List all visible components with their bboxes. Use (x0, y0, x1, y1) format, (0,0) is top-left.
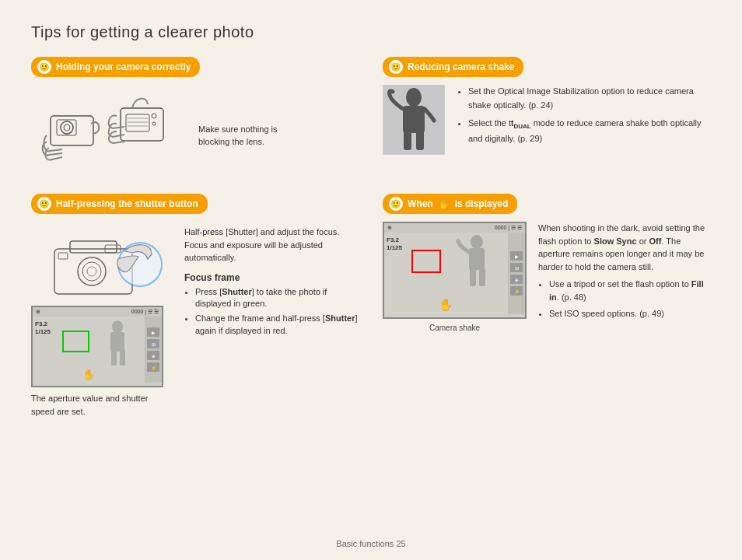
svg-rect-15 (416, 131, 424, 150)
hand-cam-icon-4: ⚡ (510, 286, 523, 296)
svg-point-10 (152, 122, 156, 125)
svg-rect-14 (404, 131, 411, 150)
section-hand-display: 🙂 When ✋ is displayed ⊕ 0000 | ☰ ☰ (383, 194, 711, 418)
section-title-hand-suffix: is displayed (455, 198, 509, 209)
shake-bullet-1: Set the Optical Image Stabilization opti… (468, 85, 711, 112)
hand-warning-icon: ✋ (82, 369, 95, 380)
section-header-shake: 🙂 Reducing camera shake (383, 57, 523, 77)
shake-bullet-2: Select the ttDUAL mode to reduce camera … (468, 117, 711, 145)
content-grid: 🙂 Holding your camera correctly (31, 57, 711, 418)
shutter-display-area: ⊕ 0000 | ☰ ☰ F3.2 1/125 (31, 306, 175, 387)
svg-rect-31 (479, 268, 485, 286)
page-footer: Basic functions 25 (0, 539, 742, 548)
hand-cam-panel: ⊕ 0000 | ☰ ☰ F3.2 1/125 (383, 222, 527, 332)
section-header-hand: 🙂 When ✋ is displayed (383, 194, 517, 214)
svg-point-18 (78, 257, 106, 285)
svg-point-20 (87, 267, 96, 276)
page-title: Tips for getting a clearer photo (31, 23, 711, 41)
shutter-right-panel: Half-press [Shutter] and adjust the focu… (184, 222, 359, 340)
smiley-icon-holding: 🙂 (37, 60, 51, 74)
shutter-camera-svg (31, 222, 171, 299)
page-container: Tips for getting a clearer photo 🙂 Holdi… (0, 0, 742, 560)
hand-person-silhouette (456, 235, 499, 289)
svg-rect-29 (469, 248, 485, 270)
section-title-holding: Holding your camera correctly (56, 61, 191, 72)
hand-icon-in-header: ✋ (438, 198, 450, 210)
hand-cam-icon-left: ⊕ (387, 225, 392, 231)
cam-count-display: 0000 | ☰ ☰ (131, 309, 159, 315)
hand-display-content: ⊕ 0000 | ☰ ☰ F3.2 1/125 (383, 222, 711, 393)
svg-point-12 (406, 88, 422, 107)
focus-frame-section: Focus frame Press [Shutter] to take the … (184, 272, 359, 338)
svg-rect-13 (403, 106, 425, 133)
svg-point-2 (61, 121, 73, 134)
hand-cam-counter: 0000 | ☰ ☰ (495, 225, 522, 231)
section-holding: 🙂 Holding your camera correctly (31, 57, 359, 186)
shutter-left-panel: ⊕ 0000 | ☰ ☰ F3.2 1/125 (31, 222, 175, 418)
svg-rect-30 (470, 268, 476, 286)
focus-bullet-1: Press [Shutter] to take the photo if dis… (195, 286, 359, 310)
cam-main-area: F3.2 1/125 (33, 317, 145, 383)
hand-cam-topbar: ⊕ 0000 | ☰ ☰ (384, 223, 525, 233)
aperture-text: The aperture value and shutter speed are… (31, 392, 163, 418)
svg-point-28 (471, 235, 483, 249)
section-header-holding: 🙂 Holding your camera correctly (31, 57, 200, 77)
hand-focus-frame-red (411, 250, 441, 273)
smiley-icon-hand: 🙂 (389, 197, 403, 211)
section-shutter: 🙂 Half-pressing the shutter button (31, 194, 359, 418)
holding-content: Make sure nothing is blocking the lens. (31, 85, 359, 186)
svg-rect-27 (120, 350, 125, 366)
shake-bullets: Set the Optical Image Stabilization opti… (457, 85, 711, 151)
cam-topbar: ⊕ 0000 | ☰ ☰ (33, 307, 162, 317)
svg-rect-22 (58, 253, 68, 259)
dual-mode-text: tDUAL (511, 119, 531, 128)
hand-camera-svg (31, 89, 187, 182)
hand-cam-icon-2: ⊞ (510, 263, 523, 272)
svg-rect-17 (70, 241, 117, 253)
hand-cam-values: F3.2 1/125 (387, 236, 402, 253)
holding-description: Make sure nothing is blocking the lens. (198, 123, 278, 149)
cam-display-inner: F3.2 1/125 (33, 317, 162, 383)
hand-cam-main: F3.2 1/125 (384, 233, 508, 314)
cam-sidebar: ▶ ⊞ ◈ ⚡ (145, 317, 162, 383)
shutter-content: ⊕ 0000 | ☰ ☰ F3.2 1/125 (31, 222, 359, 418)
section-title-shake: Reducing camera shake (408, 61, 514, 72)
smiley-icon-shutter: 🙂 (37, 197, 51, 211)
cam-icon-2: ⊞ (147, 339, 159, 348)
section-header-shutter: 🙂 Half-pressing the shutter button (31, 194, 208, 214)
cam-icon-1: ▶ (147, 327, 159, 337)
section-title-shutter: Half-pressing the shutter button (56, 198, 198, 209)
svg-rect-5 (126, 114, 149, 131)
hand-bullet-2: Set ISO speed options. (p. 49) (549, 307, 711, 320)
cam-values: F3.2 1/125 (35, 320, 51, 337)
cam-icon-4: ⚡ (147, 362, 159, 372)
smiley-icon-shake: 🙂 (389, 60, 403, 74)
svg-rect-26 (111, 350, 117, 366)
cam-icon-top-left: ⊕ (36, 309, 40, 315)
camera-display-mockup: ⊕ 0000 | ☰ ☰ F3.2 1/125 (31, 306, 163, 387)
section-shake: 🙂 Reducing camera shake (383, 57, 711, 186)
cam-shake-label: Camera shake (383, 324, 527, 332)
camera-shutter-illustration (31, 222, 171, 299)
hand-cam-icon-1: ▶ (510, 251, 523, 261)
hand-cam-icon-3: ◈ (510, 275, 523, 284)
hand-icon-in-display: ✋ (439, 298, 453, 312)
cam-icon-3: ◈ (147, 351, 159, 360)
svg-rect-4 (121, 108, 163, 141)
svg-point-24 (112, 320, 123, 333)
hand-text-panel: When shooting in the dark, avoid setting… (538, 222, 711, 324)
hand-main-text: When shooting in the dark, avoid setting… (538, 222, 711, 273)
svg-point-9 (152, 114, 156, 118)
focus-bullet-2: Change the frame and half-press [Shutter… (195, 313, 359, 337)
person-illustration (383, 85, 445, 155)
camera-hands-illustration (31, 89, 187, 182)
person-svg (383, 86, 444, 154)
svg-rect-25 (110, 332, 124, 352)
hand-bullet-1: Use a tripod or set the flash option to … (549, 278, 711, 303)
focus-frame-green (62, 331, 89, 352)
svg-point-19 (82, 262, 101, 281)
cam-display-small: ⊕ 0000 | ☰ ☰ F3.2 1/125 (31, 306, 163, 387)
hand-bullets: Use a tripod or set the flash option to … (538, 278, 711, 320)
hand-cam-sidebar: ▶ ⊞ ◈ ⚡ (508, 233, 525, 314)
shake-content: Set the Optical Image Stabilization opti… (383, 85, 711, 186)
